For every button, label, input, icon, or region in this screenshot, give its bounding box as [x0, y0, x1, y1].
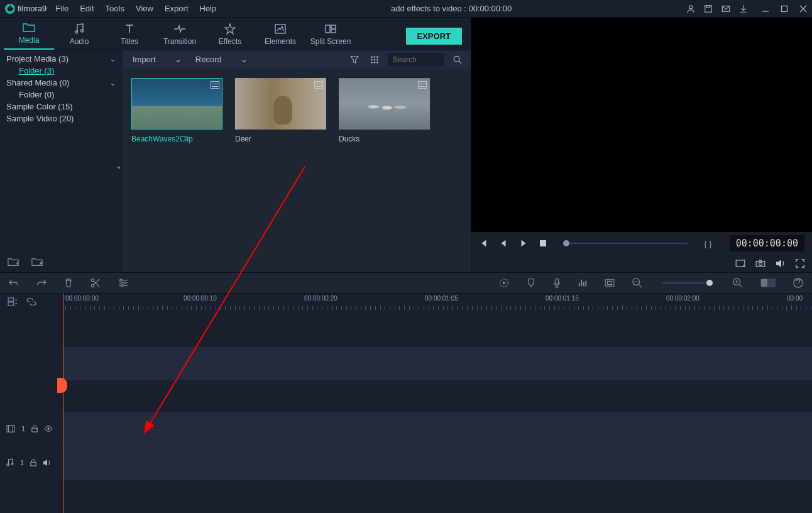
quality-icon[interactable] [735, 260, 745, 267]
volume-icon[interactable] [776, 259, 786, 268]
timeline-audio-track[interactable] [63, 446, 812, 480]
playhead[interactable] [63, 294, 63, 513]
snapshot-icon[interactable] [755, 260, 765, 267]
search-input[interactable] [388, 53, 444, 67]
adjust-button[interactable] [118, 279, 128, 287]
remove-folder-icon[interactable] [31, 257, 43, 267]
svg-rect-10 [331, 30, 336, 33]
music-icon [74, 23, 84, 35]
sidebar-item-folder3[interactable]: Folder (3) [0, 65, 123, 77]
track-id: 1 [21, 425, 25, 433]
help-button[interactable] [793, 278, 803, 288]
voiceover-button[interactable] [553, 278, 561, 288]
delete-button[interactable] [64, 278, 73, 288]
lock-icon[interactable] [30, 459, 36, 466]
svg-point-17 [371, 62, 373, 63]
video-track-header[interactable]: 1 [0, 412, 63, 446]
maximize-button[interactable] [781, 5, 788, 13]
play-button[interactable] [519, 239, 528, 248]
search-icon[interactable] [451, 55, 464, 64]
save-icon[interactable] [704, 4, 713, 13]
stop-button[interactable] [539, 240, 547, 247]
collapse-sidebar-handle[interactable]: ◂ [117, 157, 123, 176]
sidebar-item-folder0[interactable]: Folder (0) [0, 89, 123, 101]
svg-rect-4 [782, 6, 787, 11]
prev-frame-button[interactable] [479, 239, 488, 248]
import-dropdown[interactable]: Import ⌄ [129, 55, 185, 64]
marker-brackets[interactable]: { } [704, 239, 711, 248]
clip-item[interactable]: Deer [235, 78, 326, 143]
app-logo: filmora9 [5, 4, 47, 14]
undo-button[interactable] [9, 279, 19, 287]
audio-mixer-button[interactable] [578, 279, 587, 287]
add-folder-icon[interactable] [8, 257, 19, 267]
timeline-video-track[interactable] [63, 412, 812, 446]
link-tracks-icon[interactable] [26, 297, 36, 306]
preview-viewport[interactable] [471, 18, 812, 232]
tab-media[interactable]: Media [4, 22, 54, 50]
sidebar-item-sample-video[interactable]: Sample Video (20) [0, 113, 123, 124]
grid-view-icon[interactable] [368, 55, 381, 64]
menu-help[interactable]: Help [200, 4, 217, 13]
render-button[interactable] [499, 278, 509, 288]
titlebar: filmora9 File Edit Tools View Export Hel… [0, 0, 812, 18]
playhead-grip[interactable] [57, 378, 67, 393]
preview-slider[interactable] [563, 243, 688, 244]
zoom-in-button[interactable] [733, 278, 743, 288]
play-backward-button[interactable] [499, 239, 508, 248]
tab-label: Elements [265, 37, 296, 46]
sidebar-item-sample-color[interactable]: Sample Color (15) [0, 101, 123, 113]
timeline-body: 1 1 00:00:00:00 00:00:00:10 00:00:00:20 … [0, 294, 812, 513]
timeline-overlay-track[interactable] [63, 346, 812, 380]
media-gallery: Import ⌄ Record ⌄ Beac [123, 50, 471, 272]
fullscreen-icon[interactable] [796, 259, 804, 268]
zoom-slider[interactable] [662, 282, 713, 284]
menu-file[interactable]: File [55, 4, 69, 13]
timeline-tracks-area[interactable]: 00:00:00:00 00:00:00:10 00:00:00:20 00:0… [63, 294, 812, 513]
close-button[interactable] [799, 5, 807, 13]
mute-icon[interactable] [43, 459, 52, 466]
chevron-down-icon: ⌄ [109, 77, 116, 88]
marker-button[interactable] [527, 278, 535, 288]
ruler-label: 00:00:00:10 [184, 295, 217, 302]
svg-rect-37 [8, 298, 14, 301]
minimize-button[interactable] [762, 5, 769, 13]
menu-tools[interactable]: Tools [106, 4, 124, 13]
download-icon[interactable] [739, 4, 748, 13]
svg-point-19 [376, 62, 378, 63]
split-button[interactable] [91, 278, 101, 288]
tab-label: Effects [219, 37, 241, 46]
elements-icon [275, 23, 286, 35]
eye-icon[interactable] [44, 426, 53, 432]
menu-export[interactable]: Export [165, 4, 189, 13]
timeline-view-toggle[interactable] [760, 279, 776, 287]
tab-audio[interactable]: Audio [54, 23, 104, 50]
sidebar-item-shared-media[interactable]: Shared Media (0) ⌄ [0, 77, 123, 89]
tab-titles[interactable]: Titles [104, 23, 155, 50]
user-icon[interactable] [686, 4, 695, 13]
filmstrip-icon [6, 425, 15, 433]
crop-button[interactable] [605, 279, 615, 287]
mail-icon[interactable] [721, 4, 730, 13]
manage-tracks-icon[interactable] [8, 297, 18, 306]
tab-transition[interactable]: Transition [155, 23, 205, 50]
svg-rect-1 [705, 5, 712, 12]
clip-item[interactable]: BeachWaves2Clip [131, 78, 222, 143]
sidebar-item-project-media[interactable]: Project Media (3) ⌄ [0, 53, 123, 65]
timeline-ruler[interactable]: 00:00:00:00 00:00:00:10 00:00:00:20 00:0… [63, 294, 812, 310]
audio-track-header[interactable]: 1 [0, 446, 63, 480]
tab-split-screen[interactable]: Split Screen [305, 23, 356, 50]
window-title: add effects to video : 00:00:00:00 [216, 4, 686, 13]
tab-elements[interactable]: Elements [255, 23, 305, 50]
tab-effects[interactable]: Effects [205, 23, 255, 50]
menu-edit[interactable]: Edit [80, 4, 94, 13]
clip-item[interactable]: Ducks [339, 78, 430, 143]
redo-button[interactable] [36, 279, 47, 287]
zoom-out-button[interactable] [632, 278, 642, 288]
svg-point-43 [11, 463, 13, 465]
filter-icon[interactable] [348, 55, 361, 64]
lock-icon[interactable] [31, 425, 38, 433]
export-button[interactable]: EXPORT [406, 28, 462, 45]
menu-view[interactable]: View [136, 4, 153, 13]
record-dropdown[interactable]: Record ⌄ [192, 55, 251, 64]
